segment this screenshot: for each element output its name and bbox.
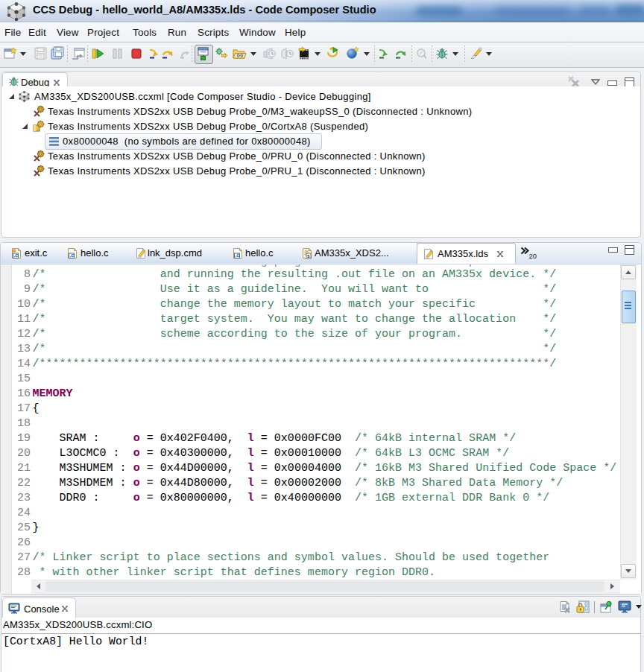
svg-text:.c: .c [69, 252, 74, 259]
svg-text:.c: .c [13, 252, 18, 259]
svg-text:.c: .c [235, 252, 239, 259]
svg-text:s: s [307, 253, 310, 259]
svg-text:20: 20 [529, 252, 537, 260]
